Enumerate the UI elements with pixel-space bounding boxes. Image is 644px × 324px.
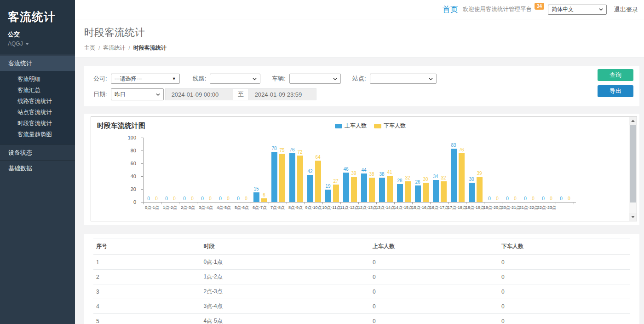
bar-group: 00 [161,138,179,202]
org-code-label: AQGJ [8,40,23,47]
filter-panel: 公司: ---请选择--- ▼ 线路: 车辆: 站点: [84,66,639,106]
x-axis-label: 15点-16点 [412,205,430,211]
bar-column: 19 [325,138,331,202]
bar-group: 00 [520,138,538,202]
legend-item[interactable]: 下车人数 [374,122,406,130]
date-from-input[interactable]: 2024-01-09 00:00 [165,88,233,100]
query-button[interactable]: 查询 [598,69,633,81]
table-cell: 3 [93,284,201,299]
bar [253,192,259,202]
bar-column: 41 [387,138,393,202]
bar-value-label: 78 [271,146,276,151]
bar-group: 00 [197,138,215,202]
line-select[interactable] [210,74,260,84]
dropdown-arrow-icon: ▼ [172,77,176,81]
legend-swatch-icon [374,124,381,128]
sidebar-item[interactable]: 客流汇总 [0,85,75,96]
bar-value-label: 42 [307,169,312,174]
bar-group: 00 [233,138,251,202]
chevron-down-icon [253,77,257,81]
date-preset-select[interactable]: 昨日 [111,88,164,100]
bar-group: 3432 [431,138,448,202]
x-axis-label: 5点-6点 [233,205,251,211]
sidebar-item[interactable]: 客流明细 [0,74,75,85]
bar-value-label: 0 [506,197,509,201]
sidebar-item[interactable]: 客流量趋势图 [0,129,75,140]
legend-label: 上车人数 [345,122,367,130]
table-row: 43点-4点00 [93,299,630,314]
x-axis-label: 2点-3点 [179,205,197,211]
sidebar: 客流统计 公交 AQGJ 客流统计客流明细客流汇总线路客流统计站点客流统计时段客… [0,0,75,324]
export-button[interactable]: 导出 [598,85,633,97]
x-axis-label: 22点-23点 [538,205,556,211]
sidebar-brand: 客流统计 公交 AQGJ [0,0,75,54]
bar-value-label: 30 [469,177,474,182]
breadcrumb-item[interactable]: 主页 [84,44,95,52]
station-select[interactable] [370,74,437,84]
home-link[interactable]: 首页 [443,4,458,15]
bar [433,180,439,202]
bar-column: 32 [441,138,447,202]
bar [451,149,457,202]
scrollbar-thumb[interactable] [630,125,636,202]
y-tick-label: 20 [131,186,136,192]
breadcrumb-item[interactable]: 客流统计 [103,44,125,52]
bar-column: 38 [369,138,375,202]
scrollbar-down-button[interactable] [629,213,637,221]
table-row: 10点-1点00 [93,255,630,270]
bar [397,184,403,202]
x-axis-tick [251,202,269,204]
table-cell: 4点-5点 [201,314,370,324]
org-code-dropdown[interactable]: AQGJ [8,40,75,47]
sidebar-item[interactable]: 时段客流统计 [0,118,75,129]
x-axis-label: 21点-22点 [520,205,538,211]
company-select[interactable]: ---请选择--- ▼ [111,74,180,84]
chart-scrollbar[interactable] [629,117,637,221]
bar-column: 72 [297,138,303,202]
bar-value-label: 46 [343,167,348,172]
bar-column: 38 [379,138,385,202]
x-axis-label: 3点-4点 [197,205,215,211]
bar-group: 156 [251,138,269,202]
bar-value-label: 0 [245,197,247,201]
bar-value-label: 76 [459,148,464,152]
x-axis-tick [538,202,556,204]
x-axis-label: 6点-7点 [251,205,269,211]
x-axis-label: 0点-1点 [143,205,161,211]
bar [261,198,267,202]
bar-value-label: 41 [387,170,392,175]
bar-column: 0 [218,138,224,202]
sidebar-section[interactable]: 客流统计 [0,55,75,71]
bar-column: 0 [523,138,529,202]
x-axis-label: 18点-19点 [466,205,484,211]
x-axis-label: 11点-12点 [340,205,358,211]
logout-link[interactable]: 退出登录 [614,6,638,14]
legend-item[interactable]: 上车人数 [335,122,367,130]
bar-value-label: 0 [191,197,194,201]
sidebar-section[interactable]: 基础数据 [0,160,75,176]
table-cell: 0 [370,314,499,324]
table-cell: 4 [93,299,201,314]
bar-value-label: 0 [488,197,491,201]
table-cell: 0 [499,255,630,270]
bar-column: 0 [182,138,188,202]
sidebar-section[interactable]: 设备状态 [0,145,75,160]
vehicle-select[interactable] [289,74,341,84]
sidebar-item[interactable]: 线路客流统计 [0,96,75,107]
y-tick-mark-icon [141,189,144,190]
language-select[interactable]: 简体中文 [548,5,607,15]
sidebar-item[interactable]: 站点客流统计 [0,107,75,118]
company-select-value: ---请选择--- [115,75,142,83]
scrollbar-up-button[interactable] [629,117,637,125]
x-axis-tick [305,202,323,204]
bar-group: 00 [556,138,574,202]
breadcrumb: 主页/客流统计/时段客流统计 [84,44,635,52]
x-axis-label: 7点-8点 [269,205,287,211]
x-axis-label: 10点-11点 [322,205,340,211]
bar [279,154,285,202]
bar-column: 0 [154,138,160,202]
bar-value-label: 38 [369,172,374,177]
date-to-input[interactable]: 2024-01-09 23:59 [248,88,316,100]
bar [307,175,313,202]
bar-value-label: 76 [289,148,294,152]
